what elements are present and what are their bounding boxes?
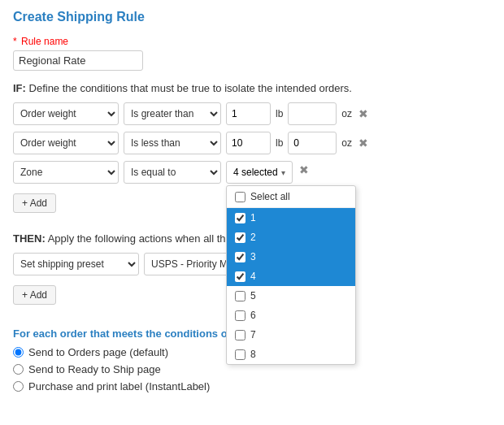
- dropdown-item-label-7: 7: [250, 329, 256, 340]
- radio-ready[interactable]: [13, 364, 24, 375]
- dropdown-item-7[interactable]: 7: [227, 325, 355, 345]
- radio-orders-label: Send to Orders page (default): [28, 346, 168, 358]
- radio-instant[interactable]: [13, 381, 24, 392]
- dropdown-checkbox-2[interactable]: [235, 232, 245, 243]
- condition-type-1[interactable]: Order weight Zone Order total: [13, 102, 119, 125]
- dropdown-checkbox-3[interactable]: [235, 252, 245, 262]
- condition-val-2[interactable]: [226, 132, 271, 154]
- remove-condition-2[interactable]: ✖: [357, 137, 370, 149]
- zone-dropdown-container: 4 selected ▾ Select all 1 2: [226, 161, 293, 184]
- dropdown-checkbox-6[interactable]: [235, 310, 245, 321]
- dropdown-item-3[interactable]: 3: [227, 247, 355, 267]
- condition-type-3[interactable]: Zone Order weight Order total: [13, 161, 119, 184]
- condition-op-3[interactable]: Is equal to Is not equal to: [124, 161, 221, 184]
- remove-condition-3[interactable]: ✖: [298, 164, 311, 176]
- condition-op-1[interactable]: Is greater than Is less than Is equal to: [124, 102, 221, 125]
- page-title: Create Shipping Rule: [13, 10, 491, 24]
- rule-name-section: * Rule name: [13, 36, 491, 71]
- zone-dropdown-panel: Select all 1 2 3 4: [226, 185, 356, 365]
- dropdown-item-6[interactable]: 6: [227, 306, 355, 325]
- unit-oz-1: oz: [341, 108, 352, 119]
- condition-row-3: Zone Order weight Order total Is equal t…: [13, 161, 491, 184]
- dropdown-checkbox-8[interactable]: [235, 349, 245, 360]
- dropdown-arrow-icon: ▾: [281, 168, 285, 177]
- dropdown-item-8[interactable]: 8: [227, 345, 355, 364]
- condition-oz-2[interactable]: [288, 132, 337, 154]
- condition-val-1[interactable]: [226, 102, 271, 125]
- dropdown-item-label-4: 4: [250, 271, 256, 282]
- dropdown-checkbox-4[interactable]: [235, 271, 245, 282]
- dropdown-item-label-6: 6: [250, 310, 256, 321]
- remove-condition-1[interactable]: ✖: [357, 108, 370, 119]
- add-action-button[interactable]: + Add: [13, 285, 56, 305]
- condition-row-1: Order weight Zone Order total Is greater…: [13, 102, 491, 125]
- dropdown-item-label-8: 8: [250, 349, 256, 360]
- dropdown-item-label-3: 3: [250, 251, 256, 262]
- zone-selected-button[interactable]: 4 selected ▾: [226, 161, 293, 184]
- select-all-label: Select all: [250, 191, 290, 202]
- dropdown-item-4[interactable]: 4: [227, 267, 355, 286]
- rule-name-input[interactable]: [13, 50, 143, 71]
- radio-option-instant[interactable]: Purchase and print label (InstantLabel): [13, 380, 491, 392]
- unit-lb-1: lb: [276, 108, 283, 119]
- dropdown-checkbox-5[interactable]: [235, 291, 245, 301]
- select-all-row[interactable]: Select all: [227, 186, 355, 208]
- radio-orders[interactable]: [13, 347, 24, 358]
- dropdown-item-1[interactable]: 1: [227, 208, 355, 228]
- select-all-checkbox[interactable]: [235, 192, 245, 202]
- required-marker: *: [13, 36, 17, 47]
- if-section: IF: Define the conditions that must be t…: [13, 82, 491, 224]
- radio-option-ready[interactable]: Send to Ready to Ship page: [13, 363, 491, 375]
- condition-op-2[interactable]: Is greater than Is less than Is equal to: [124, 132, 221, 154]
- if-section-label: IF: Define the conditions that must be t…: [13, 82, 491, 94]
- rule-name-label: * Rule name: [13, 36, 491, 47]
- add-condition-button[interactable]: + Add: [13, 193, 56, 213]
- radio-ready-label: Send to Ready to Ship page: [28, 363, 161, 375]
- condition-oz-1[interactable]: [288, 102, 337, 125]
- dropdown-item-5[interactable]: 5: [227, 286, 355, 306]
- dropdown-item-label-5: 5: [250, 290, 256, 301]
- condition-row-2: Order weight Zone Order total Is greater…: [13, 132, 491, 154]
- zone-selected-label: 4 selected: [233, 167, 278, 178]
- radio-instant-label: Purchase and print label (InstantLabel): [28, 380, 210, 392]
- dropdown-checkbox-1[interactable]: [235, 213, 245, 223]
- unit-oz-2: oz: [341, 137, 352, 149]
- dropdown-checkbox-7[interactable]: [235, 330, 245, 340]
- condition-type-2[interactable]: Order weight Zone Order total: [13, 132, 119, 154]
- action-type-select[interactable]: Set shipping preset: [13, 253, 139, 275]
- dropdown-item-label-1: 1: [250, 212, 256, 223]
- dropdown-item-label-2: 2: [250, 232, 256, 243]
- unit-lb-2: lb: [276, 137, 283, 149]
- dropdown-item-2[interactable]: 2: [227, 228, 355, 247]
